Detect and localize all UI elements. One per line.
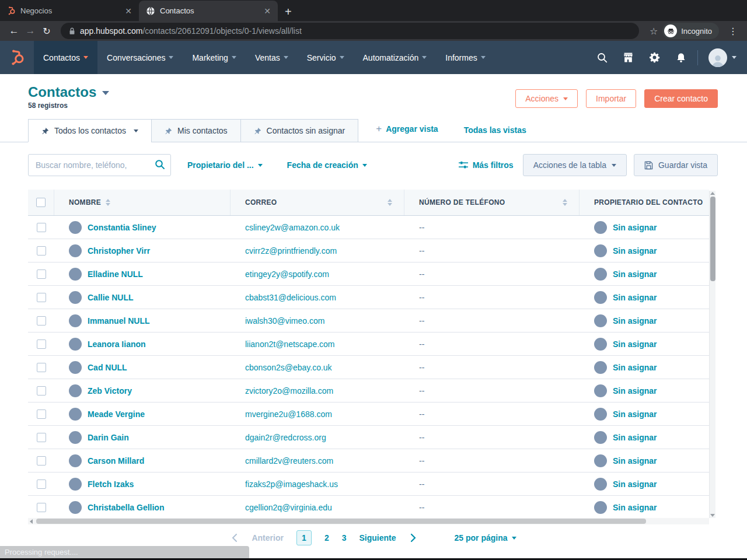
bookmark-star-icon[interactable]: ☆ (650, 26, 658, 37)
close-tab-icon[interactable]: ✕ (261, 6, 273, 16)
view-tab-todos-los-contactos[interactable]: Todos los contactos (28, 119, 152, 142)
row-checkbox[interactable] (37, 223, 46, 232)
browser-menu-icon[interactable]: ⋮ (725, 26, 741, 37)
nav-item-contactos[interactable]: Contactos (34, 41, 97, 74)
browser-tab-contactos[interactable]: Contactos ✕ (139, 1, 278, 21)
row-checkbox[interactable] (37, 363, 46, 372)
contact-name-link[interactable]: Cad NULL (88, 363, 127, 372)
contact-owner-link[interactable]: Sin asignar (613, 316, 657, 326)
actions-button[interactable]: Acciones (515, 89, 578, 108)
contact-email-link[interactable]: cvirr2z@printfriendly.com (245, 246, 337, 256)
forward-icon[interactable]: → (22, 25, 39, 37)
scrollbar-thumb[interactable] (36, 519, 646, 524)
search-icon[interactable] (589, 41, 615, 74)
contact-owner-link[interactable]: Sin asignar (613, 270, 657, 279)
import-button[interactable]: Importar (586, 89, 636, 108)
row-checkbox[interactable] (37, 386, 46, 396)
contact-name-link[interactable]: Callie NULL (88, 293, 134, 302)
select-all-checkbox[interactable] (36, 198, 46, 207)
contact-name-link[interactable]: Immanuel NULL (88, 316, 150, 326)
browser-tab-negocios[interactable]: Negocios ✕ (0, 1, 139, 21)
prev-chevron-icon[interactable] (231, 533, 239, 542)
contact-owner-link[interactable]: Sin asignar (613, 223, 657, 232)
contact-email-link[interactable]: mvergine2u@1688.com (245, 410, 332, 419)
owner-filter-dropdown[interactable]: Propietario del ... (187, 160, 263, 170)
back-icon[interactable]: ← (6, 25, 22, 37)
contact-owner-link[interactable]: Sin asignar (613, 340, 657, 349)
view-tab-contactos-sin-asignar[interactable]: Contactos sin asignar (240, 119, 359, 142)
column-header-propietario[interactable]: PROPIETARIO DEL CONTACTO (580, 190, 709, 215)
contact-email-link[interactable]: cgellion2q@virginia.edu (245, 503, 332, 512)
column-header-nombre[interactable]: NOMBRE (54, 190, 231, 215)
row-checkbox[interactable] (37, 246, 46, 256)
contact-email-link[interactable]: cbabst31@delicious.com (245, 293, 336, 302)
contact-name-link[interactable]: Carson Millard (88, 456, 144, 466)
scroll-up-icon[interactable] (710, 192, 715, 195)
contact-owner-link[interactable]: Sin asignar (613, 433, 657, 442)
contact-name-link[interactable]: Christopher Virr (88, 246, 150, 256)
row-checkbox[interactable] (37, 270, 46, 279)
table-actions-button[interactable]: Acciones de la tabla (523, 154, 627, 176)
contact-name-link[interactable]: Zeb Victory (88, 386, 132, 396)
contact-email-link[interactable]: dgain2r@redcross.org (245, 433, 326, 442)
contact-owner-link[interactable]: Sin asignar (613, 363, 657, 372)
nav-item-conversaciones[interactable]: Conversaciones (97, 41, 183, 74)
scrollbar-thumb[interactable] (710, 197, 715, 281)
scroll-down-icon[interactable] (710, 514, 715, 517)
contact-owner-link[interactable]: Sin asignar (613, 503, 657, 512)
all-views-link[interactable]: Todas las vistas (464, 125, 526, 135)
settings-gear-icon[interactable] (641, 41, 668, 74)
marketplace-icon[interactable] (615, 41, 641, 74)
contact-name-link[interactable]: Darin Gain (88, 433, 129, 442)
row-checkbox[interactable] (37, 410, 46, 419)
contact-name-link[interactable]: Constantia Sliney (88, 223, 156, 232)
nav-item-ventas[interactable]: Ventas (246, 41, 298, 74)
next-page-button[interactable]: Siguiente (359, 533, 396, 542)
contact-email-link[interactable]: iwalsh30@vimeo.com (245, 316, 324, 326)
search-input[interactable] (28, 154, 171, 176)
address-bar[interactable]: app.hubspot.com/contacts/20612091/object… (61, 23, 639, 39)
contact-name-link[interactable]: Fletch Izaks (88, 480, 134, 489)
row-checkbox[interactable] (37, 316, 46, 326)
nav-item-automatizacion[interactable]: Automatización (354, 41, 437, 74)
contact-owner-link[interactable]: Sin asignar (613, 246, 657, 256)
row-checkbox[interactable] (37, 480, 46, 489)
contact-email-link[interactable]: liianon2t@netscape.com (245, 340, 335, 349)
view-tab-mis-contactos[interactable]: Mis contactos (151, 119, 241, 142)
contact-owner-link[interactable]: Sin asignar (613, 456, 657, 466)
page-1-current[interactable]: 1 (296, 530, 312, 545)
search-icon[interactable] (155, 159, 165, 170)
next-chevron-icon[interactable] (409, 533, 417, 542)
contact-email-link[interactable]: etingey2y@spotify.com (245, 270, 329, 279)
row-checkbox[interactable] (37, 293, 46, 302)
scroll-left-icon[interactable] (30, 519, 33, 524)
prev-page-button[interactable]: Anterior (252, 533, 283, 542)
create-date-filter-dropdown[interactable]: Fecha de creación (287, 160, 367, 170)
sort-icon[interactable] (563, 199, 567, 206)
contact-email-link[interactable]: cmillard2v@reuters.com (245, 456, 333, 466)
create-contact-button[interactable]: Crear contacto (644, 89, 718, 108)
more-filters-link[interactable]: Más filtros (459, 160, 514, 170)
notifications-bell-icon[interactable] (668, 41, 694, 74)
row-checkbox[interactable] (37, 433, 46, 442)
nav-item-servicio[interactable]: Servicio (298, 41, 354, 74)
row-checkbox[interactable] (37, 340, 46, 349)
contact-owner-link[interactable]: Sin asignar (613, 293, 657, 302)
horizontal-scrollbar[interactable] (28, 518, 709, 524)
nav-item-marketing[interactable]: Marketing (183, 41, 245, 74)
contact-owner-link[interactable]: Sin asignar (613, 480, 657, 489)
close-tab-icon[interactable]: ✕ (123, 6, 134, 16)
column-header-correo[interactable]: CORREO (231, 190, 404, 215)
contact-owner-link[interactable]: Sin asignar (613, 410, 657, 419)
column-header-telefono[interactable]: NÚMERO DE TELÉFONO (404, 190, 580, 215)
contact-email-link[interactable]: cbonson2s@ebay.co.uk (245, 363, 332, 372)
contact-email-link[interactable]: csliney2w@amazon.co.uk (245, 223, 340, 232)
account-menu[interactable] (701, 48, 743, 67)
row-checkbox[interactable] (37, 503, 46, 512)
page-title[interactable]: Contactos (28, 84, 109, 100)
contact-name-link[interactable]: Elladine NULL (88, 270, 143, 279)
page-2-button[interactable]: 2 (324, 533, 329, 542)
per-page-dropdown[interactable]: 25 por página (455, 533, 516, 542)
row-checkbox[interactable] (37, 456, 46, 466)
contact-owner-link[interactable]: Sin asignar (613, 386, 657, 396)
